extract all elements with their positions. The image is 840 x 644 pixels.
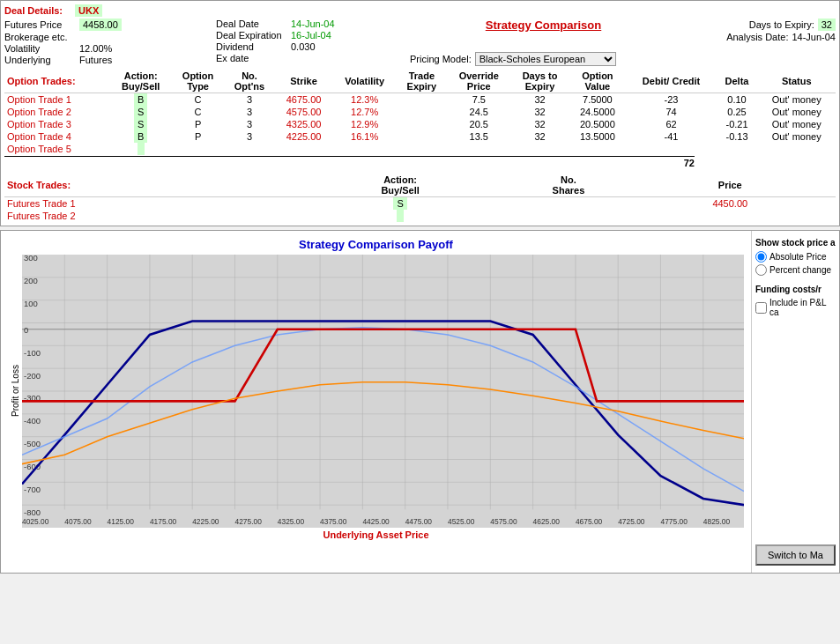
option-trade-value: 20.5000 xyxy=(569,118,626,130)
option-trades-total: 72 xyxy=(684,158,695,168)
col-trade-expiry: TradeExpiry xyxy=(397,70,447,93)
option-trade-name: Option Trade 4 xyxy=(4,130,109,143)
option-trade-delta: -0.13 xyxy=(717,130,758,143)
option-trade-row: Option Trade 1 B C 3 4675.00 12.3% 7.5 3… xyxy=(4,93,836,107)
stock-trade-name: Futures Trade 2 xyxy=(4,210,310,222)
pricing-model-label: Pricing Model: xyxy=(410,54,472,64)
option-trade-override xyxy=(447,143,511,155)
svg-text:0: 0 xyxy=(24,326,28,335)
stock-trades-section: Stock Trades: Action:Buy/Sell No.Shares … xyxy=(4,174,836,222)
volatility-label: Volatility xyxy=(4,43,79,54)
col-strike: Strike xyxy=(275,70,332,93)
svg-text:-200: -200 xyxy=(24,372,41,381)
exdate-label: Ex date xyxy=(216,53,291,63)
right-panel: Show stock price a Absolute Price Percen… xyxy=(751,231,839,573)
days-expiry-value: 32 xyxy=(818,19,836,31)
chart-title: Strategy Comparison Payoff xyxy=(8,238,744,251)
option-trade-delta: -0.21 xyxy=(717,118,758,130)
option-trade-strike: 4675.00 xyxy=(275,93,332,107)
option-trade-strike: 4225.00 xyxy=(275,130,332,143)
strategy-comparison-link[interactable]: Strategy Comparison xyxy=(486,19,601,32)
bottom-panel: Strategy Comparison Payoff Profit or Los… xyxy=(0,230,840,574)
include-pnl-checkbox[interactable] xyxy=(755,302,767,314)
option-trade-vol: 12.3% xyxy=(332,93,397,107)
pricing-model-row: Pricing Model: Black-Scholes European Bl… xyxy=(410,52,677,66)
svg-text:-700: -700 xyxy=(24,485,41,494)
svg-text:4075.00: 4075.00 xyxy=(64,517,92,526)
option-trade-no: 3 xyxy=(224,118,275,130)
chart-area: Strategy Comparison Payoff Profit or Los… xyxy=(1,231,751,573)
absolute-price-radio[interactable] xyxy=(755,251,767,263)
option-trade-no: 3 xyxy=(224,93,275,107)
option-trade-expiry xyxy=(397,93,447,107)
option-trade-row: Option Trade 4 B P 3 4225.00 16.1% 13.5 … xyxy=(4,130,836,143)
option-trade-dc: -23 xyxy=(627,93,717,107)
deal-details-row: Deal Details: UKX xyxy=(4,4,836,17)
analysis-date-label: Analysis Date: xyxy=(726,32,788,42)
option-trade-expiry xyxy=(397,143,447,155)
svg-text:-100: -100 xyxy=(24,349,41,358)
underlying-row: Underlying Futures xyxy=(4,55,216,65)
col-option-type: OptionType xyxy=(172,70,224,93)
option-trade-expiry xyxy=(397,118,447,130)
svg-text:300: 300 xyxy=(24,255,38,263)
days-expiry-row: Days to Expiry: 32 xyxy=(677,19,836,31)
deal-expiration-label: Deal Expiration xyxy=(216,30,291,41)
option-trade-status: Out' money xyxy=(758,106,836,118)
option-trade-no: 3 xyxy=(224,130,275,143)
option-trade-delta: 0.10 xyxy=(717,93,758,107)
y-axis-label: Profit or Loss xyxy=(8,255,22,528)
option-trade-vol: 12.7% xyxy=(332,106,397,118)
option-trades-table: Option Trades: Action:Buy/Sell OptionTyp… xyxy=(4,70,836,155)
option-trade-days: 32 xyxy=(511,93,569,107)
option-trade-action xyxy=(138,143,145,155)
svg-text:4175.00: 4175.00 xyxy=(150,517,177,526)
svg-text:-500: -500 xyxy=(24,440,41,448)
option-trades-section: Option Trades: Action:Buy/Sell OptionTyp… xyxy=(4,70,836,168)
analysis-date-row: Analysis Date: 14-Jun-04 xyxy=(677,32,836,42)
option-trade-status: Out' money xyxy=(758,93,836,107)
pricing-model-select[interactable]: Black-Scholes European Black-Scholes Ame… xyxy=(475,52,616,66)
option-trade-override: 7.5 xyxy=(447,93,511,107)
include-pnl-label: Include in P&L ca xyxy=(769,298,836,317)
svg-text:4825.00: 4825.00 xyxy=(703,517,731,526)
stock-trades-table: Stock Trades: Action:Buy/Sell No.Shares … xyxy=(4,174,836,222)
option-trade-status xyxy=(758,143,836,155)
option-trade-row: Option Trade 3 S P 3 4325.00 12.9% 20.5 … xyxy=(4,118,836,130)
stock-trade-no xyxy=(490,210,646,222)
option-trade-value: 7.5000 xyxy=(569,93,626,107)
option-trade-type: C xyxy=(172,106,224,118)
percent-change-radio[interactable] xyxy=(755,264,767,276)
option-trade-delta: 0.25 xyxy=(717,106,758,118)
show-stock-label: Show stock price a xyxy=(755,238,836,248)
option-trade-action: B xyxy=(134,130,147,143)
stock-trades-header-label: Stock Trades: xyxy=(4,174,310,197)
futures-price-value: 4458.00 xyxy=(79,19,122,31)
stock-trade-row: Futures Trade 2 xyxy=(4,210,836,222)
option-trade-type: C xyxy=(172,93,224,107)
absolute-price-option[interactable]: Absolute Price xyxy=(755,251,836,263)
option-trade-name: Option Trade 1 xyxy=(4,93,109,107)
deal-expiration-row: Deal Expiration 16-Jul-04 xyxy=(216,30,410,41)
include-pnl-option[interactable]: Include in P&L ca xyxy=(755,298,836,317)
svg-text:4725.00: 4725.00 xyxy=(618,517,645,526)
option-trade-override: 13.5 xyxy=(447,130,511,143)
svg-text:-400: -400 xyxy=(24,417,41,426)
svg-text:4375.00: 4375.00 xyxy=(320,517,347,526)
option-trade-no: 3 xyxy=(224,106,275,118)
col-price: Price xyxy=(646,174,814,197)
funding-section: Funding costs/r Include in P&L ca xyxy=(755,285,836,317)
chart-inner: 300 200 100 0 -100 -200 -300 -400 -500 -… xyxy=(22,255,744,528)
option-trade-value: 13.5000 xyxy=(569,130,626,143)
switch-button[interactable]: Switch to Ma xyxy=(755,544,836,566)
col-stock-action: Action:Buy/Sell xyxy=(310,174,491,197)
option-trades-section-header: Option Trades: xyxy=(4,70,109,93)
percent-change-option[interactable]: Percent change xyxy=(755,264,836,276)
option-trade-dc: 62 xyxy=(627,118,717,130)
percent-change-label: Percent change xyxy=(769,265,831,275)
svg-text:4325.00: 4325.00 xyxy=(278,517,305,526)
option-trade-status: Out' money xyxy=(758,118,836,130)
col-no-options: No.Opt'ns xyxy=(224,70,275,93)
option-trade-type: P xyxy=(172,118,224,130)
payoff-chart-svg: 300 200 100 0 -100 -200 -300 -400 -500 -… xyxy=(22,255,744,528)
